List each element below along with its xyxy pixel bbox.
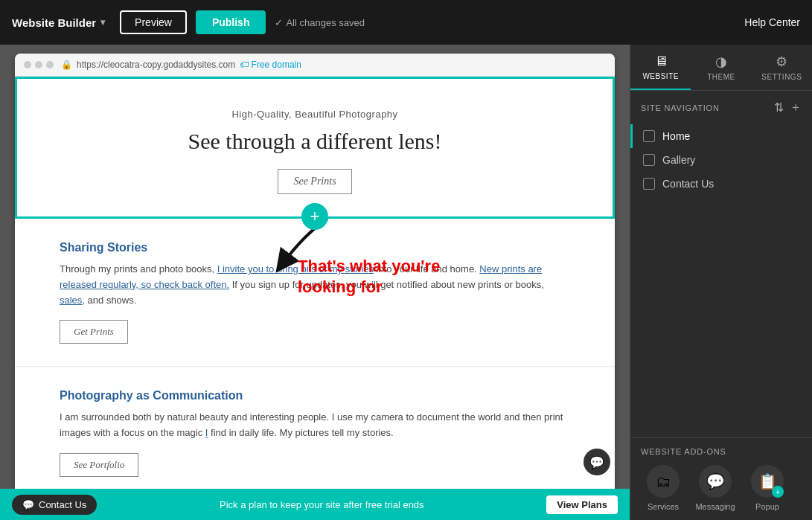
messaging-icon: 💬 bbox=[699, 465, 732, 498]
tab-theme-label: THEME bbox=[707, 73, 735, 81]
right-panel: 🖥 WEBSITE ◑ THEME ⚙ SETTINGS SITE NAVIGA… bbox=[630, 45, 812, 520]
see-portfolio-button[interactable]: See Portfolio bbox=[60, 453, 138, 477]
page-icon-home bbox=[643, 130, 655, 142]
dot-2 bbox=[35, 61, 42, 68]
content-section-photography: Photography as Communication I am surrou… bbox=[15, 367, 615, 500]
browser-dots bbox=[24, 61, 54, 68]
nav-items: Home Gallery Contact Us bbox=[630, 121, 812, 199]
contact-us-label: Contact Us bbox=[39, 499, 86, 510]
panel-spacer bbox=[630, 199, 812, 437]
nav-label-gallery: Gallery bbox=[662, 154, 695, 166]
page-icon-contact bbox=[643, 178, 655, 190]
brand[interactable]: Website Builder ▾ bbox=[12, 16, 105, 29]
publish-button[interactable]: Publish bbox=[196, 10, 266, 34]
photography-body: I am surrounded both by natural beauty a… bbox=[60, 410, 570, 441]
tab-settings[interactable]: ⚙ SETTINGS bbox=[752, 45, 812, 90]
main-layout: 🔒 https://cleocatra-copy.godaddysites.co… bbox=[0, 45, 812, 520]
chat-bubble[interactable]: 💬 bbox=[584, 449, 610, 475]
canvas-area: 🔒 https://cleocatra-copy.godaddysites.co… bbox=[0, 45, 630, 520]
saved-status-text: All changes saved bbox=[286, 17, 365, 28]
tab-website[interactable]: 🖥 WEBSITE bbox=[630, 45, 691, 90]
check-icon: ✓ bbox=[275, 17, 283, 28]
hero-title: See through a different lens! bbox=[32, 129, 598, 154]
site-content: High-Quality, Beautiful Photography See … bbox=[15, 77, 615, 506]
addon-messaging[interactable]: 💬 Messaging bbox=[693, 465, 738, 511]
nav-item-contact-us[interactable]: Contact Us bbox=[630, 172, 812, 196]
add-page-icon[interactable]: ＋ bbox=[790, 100, 802, 115]
help-center-link[interactable]: Help Center bbox=[744, 16, 800, 28]
saved-status: ✓ All changes saved bbox=[275, 17, 365, 28]
browser-frame: 🔒 https://cleocatra-copy.godaddysites.co… bbox=[15, 54, 615, 511]
view-plans-button[interactable]: View Plans bbox=[546, 495, 618, 514]
contact-us-button[interactable]: 💬 Contact Us bbox=[12, 495, 97, 515]
nav-label-contact: Contact Us bbox=[662, 178, 714, 190]
nav-label-home: Home bbox=[662, 130, 690, 142]
browser-url: 🔒 https://cleocatra-copy.godaddysites.co… bbox=[61, 60, 301, 70]
website-icon: 🖥 bbox=[654, 54, 668, 69]
dot-1 bbox=[24, 61, 31, 68]
nav-item-gallery[interactable]: Gallery bbox=[630, 148, 812, 172]
hero-see-prints-button[interactable]: See Prints bbox=[278, 169, 351, 194]
services-icon: 🗂 bbox=[647, 465, 680, 498]
chevron-icon: ▾ bbox=[100, 17, 105, 28]
site-nav-header: SITE NAVIGATION ⇅ ＋ bbox=[630, 91, 812, 121]
popup-icon: 📋 + bbox=[751, 465, 784, 498]
addon-popup[interactable]: 📋 + Popup bbox=[745, 465, 790, 511]
settings-icon: ⚙ bbox=[776, 54, 787, 70]
addon-services[interactable]: 🗂 Services bbox=[641, 465, 685, 511]
brand-label: Website Builder bbox=[12, 16, 96, 29]
bottom-bar: 💬 Contact Us Pick a plan to keep your si… bbox=[0, 489, 630, 520]
panel-tabs: 🖥 WEBSITE ◑ THEME ⚙ SETTINGS bbox=[630, 45, 812, 91]
addons-title: WEBSITE ADD-ONS bbox=[641, 447, 802, 456]
addons-grid: 🗂 Services 💬 Messaging 📋 + Popup bbox=[641, 465, 802, 511]
get-prints-button[interactable]: Get Prints bbox=[60, 320, 128, 344]
site-nav-title: SITE NAVIGATION bbox=[641, 103, 720, 112]
addons-section: WEBSITE ADD-ONS 🗂 Services 💬 Messaging 📋… bbox=[630, 437, 812, 520]
browser-bar: 🔒 https://cleocatra-copy.godaddysites.co… bbox=[15, 54, 615, 77]
addon-messaging-label: Messaging bbox=[695, 502, 735, 511]
addon-popup-label: Popup bbox=[755, 502, 779, 511]
hero-section[interactable]: High-Quality, Beautiful Photography See … bbox=[15, 77, 615, 219]
photography-title: Photography as Communication bbox=[60, 389, 570, 402]
annotation-text: That's what you're looking for bbox=[298, 256, 476, 297]
addon-services-label: Services bbox=[648, 502, 679, 511]
theme-icon: ◑ bbox=[715, 54, 727, 70]
lock-icon: 🔒 bbox=[61, 60, 72, 70]
tab-theme[interactable]: ◑ THEME bbox=[691, 45, 751, 90]
page-icon-gallery bbox=[643, 154, 655, 166]
nav-item-home[interactable]: Home bbox=[630, 124, 812, 148]
reorder-icon[interactable]: ⇅ bbox=[774, 100, 784, 115]
toolbar: Website Builder ▾ Preview Publish ✓ All … bbox=[0, 0, 812, 45]
dot-3 bbox=[46, 61, 54, 68]
hero-subtitle: High-Quality, Beautiful Photography bbox=[32, 109, 598, 120]
plus-badge: + bbox=[772, 486, 784, 498]
add-section-button[interactable]: + bbox=[301, 203, 328, 230]
bottom-bar-promo-text: Pick a plan to keep your site after free… bbox=[106, 499, 537, 510]
tab-website-label: WEBSITE bbox=[642, 72, 679, 80]
tab-settings-label: SETTINGS bbox=[761, 73, 802, 81]
preview-button[interactable]: Preview bbox=[120, 10, 187, 34]
site-nav-actions: ⇅ ＋ bbox=[774, 100, 802, 115]
url-text: https://cleocatra-copy.godaddysites.com bbox=[77, 60, 235, 70]
chat-icon: 💬 bbox=[22, 499, 34, 510]
free-domain-badge[interactable]: 🏷 Free domain bbox=[240, 60, 301, 70]
